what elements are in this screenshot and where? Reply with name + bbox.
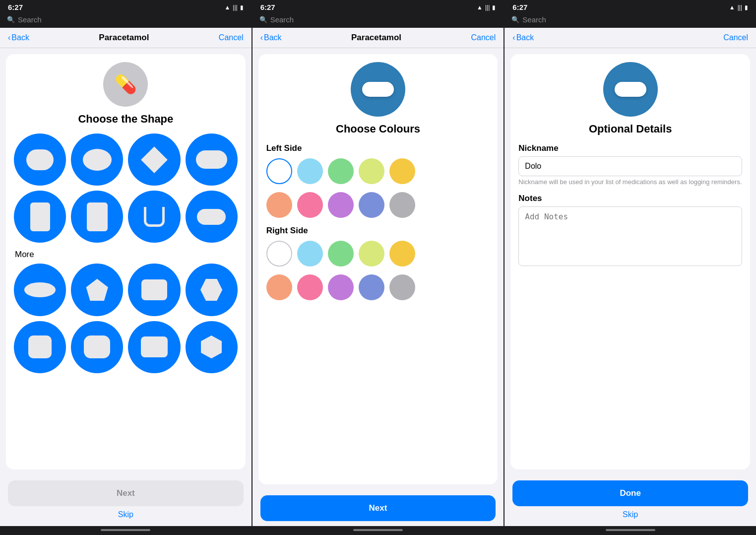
search-bar-1[interactable]: 🔍 Search — [0, 13, 252, 28]
color-purple-right[interactable] — [328, 274, 354, 300]
left-side-label: Left Side — [266, 143, 490, 153]
pill-icon-circle: 💊 — [103, 62, 148, 107]
next-button-active[interactable]: Next — [260, 495, 496, 521]
shape-btn-10[interactable] — [128, 264, 180, 316]
color-white-right[interactable] — [266, 241, 292, 267]
nickname-label: Nickname — [518, 143, 742, 153]
shape-btn-9[interactable] — [71, 264, 123, 316]
nav-bar-3: ‹ Back x Cancel — [504, 28, 756, 48]
white-card-2: Choose Colours Left Side — [258, 54, 498, 484]
shape-grid-bottom — [14, 264, 238, 373]
home-bar-3 — [606, 529, 655, 531]
color-peach-left[interactable] — [266, 192, 292, 218]
color-gray-left[interactable] — [389, 192, 415, 218]
search-icon-3: 🔍 — [511, 16, 519, 23]
search-text-2: Search — [270, 15, 294, 24]
back-label-2: Back — [264, 33, 282, 42]
shape-btn-1[interactable] — [71, 134, 123, 186]
color-pink-left[interactable] — [297, 192, 323, 218]
wifi-icon-2: ▲ — [477, 4, 483, 11]
cancel-button-2[interactable]: Cancel — [471, 33, 496, 42]
color-purple-left[interactable] — [328, 192, 354, 218]
status-bar-3: 6:27 ▲ ||| ▮ — [504, 0, 756, 13]
color-gray-right[interactable] — [389, 274, 415, 300]
back-button-3[interactable]: ‹ Back — [512, 33, 534, 42]
color-yellow-right[interactable] — [359, 241, 384, 267]
home-indicator-1 — [0, 526, 252, 535]
search-icon-2: 🔍 — [259, 16, 267, 23]
color-gold-right[interactable] — [389, 241, 415, 267]
search-bar-2[interactable]: 🔍 Search — [252, 13, 504, 28]
battery-icon: ▮ — [240, 4, 244, 11]
search-bar-3[interactable]: 🔍 Search — [504, 13, 756, 28]
bottom-area-2: Next — [252, 490, 504, 526]
optional-pill-preview — [603, 62, 658, 117]
status-time-2: 6:27 — [260, 3, 275, 11]
screen1-panel: 6:27 ▲ ||| ▮ 🔍 Search ‹ Back Paracetamol… — [0, 0, 252, 535]
left-color-grid-row2 — [266, 192, 490, 218]
color-lightblue-left[interactable] — [297, 158, 323, 184]
home-bar-1 — [101, 529, 150, 531]
shape-btn-5[interactable] — [71, 191, 123, 243]
shape-btn-2[interactable] — [128, 134, 180, 186]
shape-btn-11[interactable] — [186, 264, 238, 316]
color-blue-left[interactable] — [359, 192, 384, 218]
shape-title: Choose the Shape — [14, 113, 238, 126]
color-pink-right[interactable] — [297, 274, 323, 300]
color-peach-right[interactable] — [266, 274, 292, 300]
signal-icon-2: ||| — [485, 4, 490, 11]
done-button[interactable]: Done — [512, 480, 748, 506]
shape-btn-8[interactable] — [14, 264, 66, 316]
color-blue-right[interactable] — [359, 274, 384, 300]
optional-title: Optional Details — [518, 123, 742, 135]
back-label-3: Back — [516, 33, 534, 42]
back-button-2[interactable]: ‹ Back — [260, 33, 282, 42]
color-lightblue-right[interactable] — [297, 241, 323, 267]
shape-btn-3[interactable] — [186, 134, 238, 186]
status-bar-2: 6:27 ▲ ||| ▮ — [252, 0, 504, 13]
status-time-3: 6:27 — [512, 3, 527, 11]
shape-btn-14[interactable] — [128, 321, 180, 373]
color-green-right[interactable] — [328, 241, 354, 267]
next-button-disabled: Next — [8, 480, 244, 506]
color-green-left[interactable] — [328, 158, 354, 184]
preview-pill-2 — [362, 82, 394, 97]
colour-title: Choose Colours — [266, 123, 490, 135]
bottom-area-1: Next Skip — [0, 475, 252, 526]
shape-btn-6[interactable] — [128, 191, 180, 243]
color-pill-preview — [351, 62, 405, 117]
cancel-button-3[interactable]: Cancel — [723, 33, 748, 42]
nickname-hint: Nickname will be used in your list of me… — [518, 178, 742, 186]
shape-btn-13[interactable] — [71, 321, 123, 373]
skip-link-1[interactable]: Skip — [8, 510, 244, 521]
back-button-1[interactable]: ‹ Back — [8, 33, 29, 42]
color-yellow-left[interactable] — [359, 158, 384, 184]
white-card-1: 💊 Choose the Shape More — [6, 54, 246, 469]
color-gold-left[interactable] — [389, 158, 415, 184]
shape-btn-7[interactable] — [186, 191, 238, 243]
white-card-3: Optional Details Nickname Nickname will … — [510, 54, 750, 469]
shape-btn-15[interactable] — [186, 321, 238, 373]
shape-grid-top — [14, 134, 238, 243]
shape-btn-4[interactable] — [14, 191, 66, 243]
content-area-3: Optional Details Nickname Nickname will … — [504, 48, 756, 475]
skip-link-3[interactable]: Skip — [512, 510, 748, 521]
color-white-left[interactable] — [266, 158, 292, 184]
shape-btn-12[interactable] — [14, 321, 66, 373]
cancel-button-1[interactable]: Cancel — [219, 33, 244, 42]
battery-icon-2: ▮ — [492, 4, 496, 11]
left-color-grid-row1 — [266, 158, 490, 184]
status-time-1: 6:27 — [8, 3, 23, 11]
screen3-panel: 6:27 ▲ ||| ▮ 🔍 Search ‹ Back x Cancel — [504, 0, 756, 535]
status-icons-2: ▲ ||| ▮ — [477, 4, 496, 11]
content-area-2: Choose Colours Left Side — [252, 48, 504, 490]
right-color-grid-row2 — [266, 274, 490, 300]
wifi-icon: ▲ — [224, 4, 230, 11]
med-icon-container: 💊 — [14, 62, 238, 107]
notes-textarea[interactable] — [518, 206, 742, 266]
nickname-input[interactable] — [518, 156, 742, 176]
status-icons-1: ▲ ||| ▮ — [224, 4, 243, 11]
signal-icon: ||| — [233, 4, 237, 11]
shape-btn-0[interactable] — [14, 134, 66, 186]
nav-bar-2: ‹ Back Paracetamol Cancel — [252, 28, 504, 48]
